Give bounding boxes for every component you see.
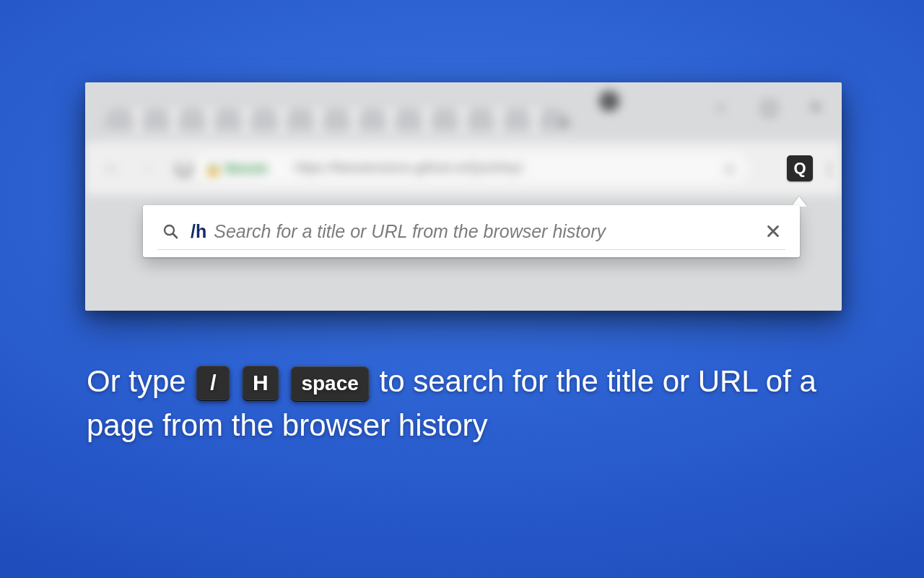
bookmark-star-icon: ☆: [722, 159, 738, 179]
back-icon: ←: [104, 159, 120, 178]
clear-icon[interactable]: [765, 223, 781, 239]
background-tabs: [105, 108, 611, 136]
reload-icon: [176, 160, 192, 176]
input-underline: [157, 249, 785, 250]
security-chip: 🔒 Secure: [205, 160, 268, 176]
search-icon: [162, 223, 179, 240]
nav-buttons: ← →: [104, 159, 192, 178]
omnibox: 🔒 Secure https://fwextensions.github.io/…: [193, 153, 748, 184]
search-mode-prefix: /h: [191, 221, 206, 242]
blurred-browser-chrome: – ▢ × ← → 🔒 Secure https://fwextensions.…: [85, 82, 842, 311]
tab-strip: – ▢ ×: [85, 82, 842, 142]
browser-menu-icon: ⋮: [821, 160, 836, 177]
omnibox-url: https://fwextensions.github.io/QuicKey/: [295, 160, 523, 176]
search-input[interactable]: Search for a title or URL from the brows…: [214, 221, 754, 242]
quickey-extension-button[interactable]: Q: [787, 155, 813, 181]
search-popup: /h Search for a title or URL from the br…: [143, 205, 800, 257]
address-bar-row: ← → 🔒 Secure https://fwextensions.github…: [85, 142, 842, 195]
maximize-icon: ▢: [761, 97, 775, 117]
security-label: Secure: [225, 161, 268, 176]
promo-caption: Or type / H space to search for the titl…: [87, 360, 837, 448]
forward-icon: →: [140, 159, 156, 178]
svg-line-1: [173, 234, 178, 238]
tab-close-icon: [559, 117, 570, 129]
key-slash: /: [196, 366, 230, 400]
minimize-icon: –: [713, 97, 728, 117]
key-space: space: [291, 366, 368, 401]
profile-avatar-icon: [599, 91, 619, 111]
key-h: H: [243, 366, 279, 400]
browser-screenshot-card: – ▢ × ← → 🔒 Secure https://fwextensions.…: [85, 82, 842, 311]
extension-letter: Q: [793, 159, 806, 178]
caption-text-before: Or type: [87, 364, 194, 398]
window-controls: – ▢ ×: [713, 97, 823, 117]
close-window-icon: ×: [808, 97, 823, 117]
